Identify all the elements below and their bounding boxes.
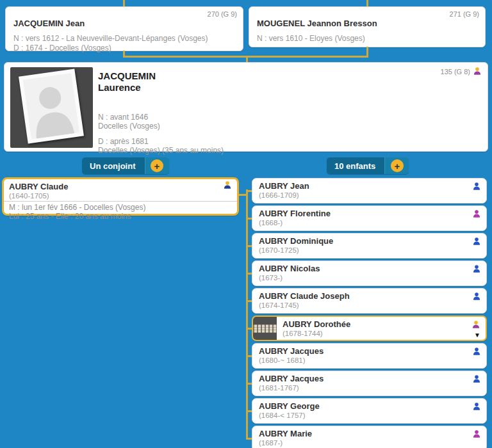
child-dates: (1680-~ 1681) <box>259 356 306 364</box>
child-card[interactable]: AUBRY Jean(1666-1709) <box>252 178 487 204</box>
connector-child-tick <box>246 410 252 412</box>
child-name: AUBRY Marie <box>259 429 312 438</box>
child-name: AUBRY Jacques <box>259 374 324 383</box>
child-dates: (1678-1744) <box>283 330 323 337</box>
female-person-icon <box>472 209 481 221</box>
child-dates: (1684-< 1757) <box>259 412 306 419</box>
child-card[interactable]: AUBRY Dorothée(1678-1744)▼ <box>252 316 487 341</box>
connector-child-tick <box>246 245 252 247</box>
parent-detail-line: D : 1674 - Docelles (Vosges) <box>13 44 236 53</box>
father-name: JACQUEMIN Jean <box>13 19 236 28</box>
photo-placeholder[interactable] <box>10 67 93 148</box>
spouse-count-button[interactable]: Un conjoint + <box>82 157 169 174</box>
child-name: AUBRY Nicolas <box>259 264 320 273</box>
polaroid-photo <box>19 68 84 143</box>
main-person-ref: 135 (G 8) <box>441 68 470 76</box>
child-name: AUBRY Jean <box>259 181 309 191</box>
mother-card[interactable]: 271 (G 9) MOUGENEL Jeannon Bresson N : v… <box>249 6 486 47</box>
father-details: N : vers 1612 - La Neuveville-Devant-Lép… <box>13 34 236 53</box>
child-dates: (1687-) <box>259 439 283 447</box>
father-ref: 270 (G 9) <box>208 10 237 18</box>
male-person-icon <box>472 182 481 193</box>
male-person-icon <box>472 292 481 303</box>
mother-details: N : vers 1610 - Eloyes (Vosges) <box>257 34 479 44</box>
male-person-icon <box>472 347 481 358</box>
family-tree-view: 270 (G 9) JACQUEMIN Jean N : vers 1612 -… <box>0 0 492 448</box>
marriage-ages: Lui : 25 ans - Elle : 20 ans au moins <box>9 212 232 221</box>
child-dates: (1666-1709) <box>259 191 299 199</box>
child-name: AUBRY Dominique <box>259 236 333 246</box>
add-child-button[interactable]: + <box>385 157 409 174</box>
parent-detail-line: N : vers 1610 - Eloyes (Vosges) <box>257 34 479 44</box>
spouse-card[interactable]: AUBRY Claude (1640-1705) M : lun 1er fév… <box>2 177 239 216</box>
female-person-icon <box>472 429 481 441</box>
person-silhouette-icon <box>23 73 79 140</box>
child-card[interactable]: AUBRY Claude Joseph(1674-1745) <box>252 288 487 314</box>
mother-name: MOUGENEL Jeannon Bresson <box>257 19 479 28</box>
child-dates: (1668-) <box>259 219 283 227</box>
caret-down-icon[interactable]: ▼ <box>474 332 480 339</box>
male-person-icon <box>472 264 481 276</box>
sosa-female-person-icon <box>473 67 482 77</box>
connector-child-tick <box>246 190 252 192</box>
child-card[interactable]: AUBRY Nicolas(1673-) <box>252 260 487 286</box>
child-photo-thumbnail <box>253 317 277 340</box>
children-count-button[interactable]: 10 enfants + <box>327 157 409 174</box>
child-name: AUBRY Dorothée <box>283 319 350 329</box>
marriage-info: M : lun 1er fév 1666 - Docelles (Vosges) <box>9 203 232 212</box>
child-dates: (1674-1745) <box>259 301 299 309</box>
child-card[interactable]: AUBRY Jacques(1681-1767) <box>252 371 487 396</box>
connector-child-tick <box>246 218 252 220</box>
connector-child-tick <box>246 438 252 440</box>
male-person-icon <box>472 402 481 413</box>
connector-child-tick <box>246 328 252 330</box>
child-dates: (1670-1725) <box>259 246 299 254</box>
sosa-female-person-icon <box>472 320 480 332</box>
connector-child-tick <box>246 273 252 275</box>
mother-ref: 271 (G 9) <box>450 10 479 18</box>
father-card[interactable]: 270 (G 9) JACQUEMIN Jean N : vers 1612 -… <box>5 6 243 51</box>
main-person-card: 135 (G 8) JACQUEMIN Laurence N : avant 1… <box>4 62 488 152</box>
child-card[interactable]: AUBRY Florentine(1668-) <box>252 205 487 231</box>
connector-spouse-link <box>239 194 248 196</box>
child-name: AUBRY George <box>259 401 320 411</box>
child-card[interactable]: AUBRY Marie(1687-) <box>252 426 487 448</box>
sosa-male-person-icon <box>223 180 232 192</box>
add-spouse-button[interactable]: + <box>145 157 169 174</box>
connector-children-trunk <box>246 189 248 440</box>
child-card[interactable]: AUBRY Dominique(1670-1725) <box>252 233 487 259</box>
connector-child-tick <box>246 300 252 302</box>
child-dates: (1673-) <box>259 274 283 282</box>
children-count-label: 10 enfants <box>327 157 385 174</box>
child-name: AUBRY Florentine <box>259 209 331 218</box>
main-person-details: N : avant 1646 Docelles (Vosges) D : apr… <box>98 113 224 155</box>
spouse-dates: (1640-1705) <box>9 192 232 200</box>
child-name: AUBRY Jacques <box>259 346 324 356</box>
plus-icon: + <box>151 159 163 172</box>
spouse-name: AUBRY Claude <box>9 182 68 191</box>
child-card[interactable]: AUBRY George(1684-< 1757) <box>252 398 487 424</box>
connector-child-tick <box>246 383 252 385</box>
child-card[interactable]: AUBRY Jacques(1680-~ 1681) <box>252 343 487 369</box>
divider <box>4 201 237 202</box>
main-person-name: JACQUEMIN Laurence <box>98 70 156 93</box>
connector-child-tick <box>246 355 252 357</box>
child-dates: (1681-1767) <box>259 384 299 392</box>
male-person-icon <box>472 237 481 248</box>
spouse-count-label: Un conjoint <box>82 157 145 174</box>
plus-icon: + <box>391 159 404 172</box>
male-person-icon <box>472 374 481 386</box>
parent-detail-line: N : vers 1612 - La Neuveville-Devant-Lép… <box>13 34 236 44</box>
child-name: AUBRY Claude Joseph <box>259 291 350 301</box>
